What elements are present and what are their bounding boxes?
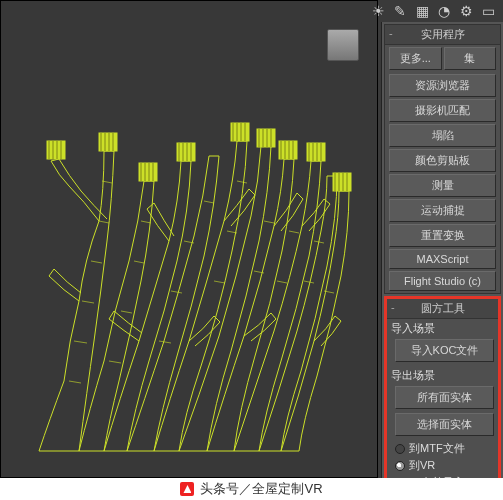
svg-rect-28 [231, 123, 249, 141]
utilities-rollout: -实用程序 更多... 集 资源浏览器 摄影机匹配 塌陷 颜色剪贴板 测量 运动… [384, 24, 501, 294]
svg-line-6 [109, 361, 121, 363]
watermark-text: 头条号／全屋定制VR [200, 480, 322, 498]
svg-line-8 [134, 261, 144, 263]
model-wireframe [9, 41, 369, 461]
rollout-header-utilities[interactable]: -实用程序 [385, 25, 500, 45]
yuanfang-tools-rollout: -圆方工具 导入场景 导入KOC文件 导出场景 所有面实体 选择面实体 到MTF… [384, 296, 501, 500]
svg-line-9 [141, 221, 151, 223]
radio-label: 到MTF文件 [409, 441, 465, 456]
radio-label: 到VR [409, 458, 435, 473]
rollout-title: 实用程序 [421, 28, 465, 40]
svg-rect-30 [279, 141, 297, 159]
maxscript-button[interactable]: MAXScript [389, 249, 496, 269]
viewport-3d[interactable] [0, 0, 378, 478]
to-vr-radio[interactable]: 到VR [387, 457, 498, 474]
radio-dot-icon [395, 461, 405, 471]
export-all-faces-button[interactable]: 所有面实体 [395, 386, 494, 409]
svg-line-10 [159, 341, 171, 343]
svg-rect-26 [139, 163, 157, 181]
more-button[interactable]: 更多... [389, 47, 442, 70]
radio-dot-icon [395, 444, 405, 454]
svg-line-7 [121, 311, 132, 313]
export-selected-faces-button[interactable]: 选择面实体 [395, 413, 494, 436]
reset-xform-button[interactable]: 重置变换 [389, 224, 496, 247]
svg-line-13 [204, 201, 214, 203]
toutiao-logo-icon [180, 482, 194, 496]
utilities-panel: -实用程序 更多... 集 资源浏览器 摄影机匹配 塌陷 颜色剪贴板 测量 运动… [381, 22, 503, 478]
svg-line-19 [277, 281, 287, 283]
svg-rect-24 [47, 141, 65, 159]
light-icon[interactable]: ☀ [369, 2, 387, 20]
cone-icon[interactable]: ◔ [435, 2, 453, 20]
collapse-icon: - [389, 27, 393, 39]
flight-studio-button[interactable]: Flight Studio (c) [389, 271, 496, 291]
svg-line-3 [91, 261, 102, 263]
import-koc-button[interactable]: 导入KOC文件 [395, 339, 494, 362]
color-clipboard-button[interactable]: 颜色剪贴板 [389, 149, 496, 172]
brush-icon[interactable]: ✎ [391, 2, 409, 20]
rollout-header-yuanfang[interactable]: -圆方工具 [387, 299, 498, 319]
measure-button[interactable]: 测量 [389, 174, 496, 197]
svg-rect-32 [333, 173, 351, 191]
svg-line-20 [289, 231, 299, 233]
svg-line-1 [74, 341, 87, 343]
svg-rect-29 [257, 129, 275, 147]
command-panel-tabs: ☀ ✎ ▦ ◔ ⚙ ▭ [363, 0, 503, 22]
collapse-icon: - [391, 301, 395, 313]
svg-rect-25 [99, 133, 117, 151]
svg-line-2 [82, 301, 94, 303]
collapse-button[interactable]: 塌陷 [389, 124, 496, 147]
svg-rect-27 [177, 143, 195, 161]
svg-line-14 [214, 281, 225, 283]
svg-line-21 [304, 281, 314, 283]
sets-button[interactable]: 集 [444, 47, 497, 70]
display-icon[interactable]: ▭ [479, 2, 497, 20]
svg-line-18 [264, 221, 274, 223]
svg-line-0 [69, 381, 81, 383]
svg-line-11 [171, 291, 182, 293]
camera-match-button[interactable]: 摄影机匹配 [389, 99, 496, 122]
export-scene-label: 导出场景 [387, 366, 498, 384]
svg-line-4 [99, 221, 109, 223]
svg-rect-31 [307, 143, 325, 161]
import-scene-label: 导入场景 [387, 319, 498, 337]
watermark-bar: 头条号／全屋定制VR [0, 478, 503, 500]
to-mtf-radio[interactable]: 到MTF文件 [387, 440, 498, 457]
asset-browser-button[interactable]: 资源浏览器 [389, 74, 496, 97]
rollout-title: 圆方工具 [421, 302, 465, 314]
svg-line-16 [237, 181, 247, 183]
grid-icon[interactable]: ▦ [413, 2, 431, 20]
motion-capture-button[interactable]: 运动捕捉 [389, 199, 496, 222]
gear-icon[interactable]: ⚙ [457, 2, 475, 20]
